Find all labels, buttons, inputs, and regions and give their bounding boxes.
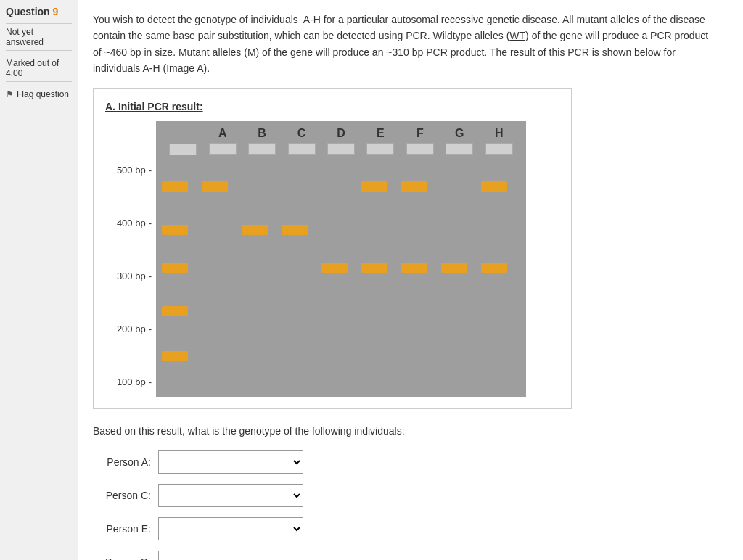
question-text: Question [6, 6, 50, 17]
gel-well-H [485, 143, 513, 155]
band-B-460 [242, 225, 268, 235]
ladder-band-300 [162, 263, 188, 273]
question-label: Question 9 [6, 6, 72, 17]
band-D-310 [321, 263, 348, 273]
band-H-460 [481, 181, 507, 192]
person-g-select[interactable]: WT/WT WT/M M/M [158, 551, 303, 560]
gel-col-G: G [446, 127, 473, 155]
ladder-band-400 [162, 225, 188, 235]
ladder-band-500 [162, 181, 188, 192]
marked-out-label: Marked out of 4.00 [6, 55, 72, 82]
sidebar: Question 9 Not yet answered Marked out o… [0, 0, 78, 560]
gel-y-axis: 500 bp - 400 bp - 300 bp - 200 bp - 100 … [105, 121, 156, 397]
form-question-text: Based on this result, what is the genoty… [93, 424, 441, 439]
band-H-310 [481, 263, 507, 273]
gel-ladder-col [169, 126, 197, 155]
question-text-block: You wish to detect the genotype of indiv… [93, 12, 717, 77]
person-e-select[interactable]: WT/WT WT/M M/M [158, 517, 303, 540]
person-c-label: Person C: [93, 490, 151, 501]
gel-section: A. Initial PCR result: 500 bp - 400 bp -… [93, 88, 572, 409]
gel-headers: A B C D E [156, 121, 526, 161]
person-c-select[interactable]: WT/WT WT/M M/M [158, 484, 303, 507]
person-g-label: Person G: [93, 556, 151, 560]
gel-container: 500 bp - 400 bp - 300 bp - 200 bp - 100 … [105, 121, 559, 397]
form-section: Based on this result, what is the genoty… [93, 424, 441, 560]
question-number: 9 [53, 6, 59, 17]
person-e-row: Person E: WT/WT WT/M M/M [93, 517, 441, 540]
status-badge: Not yet answered [6, 23, 72, 51]
band-E-310 [361, 263, 387, 273]
gel-col-E: E [366, 127, 394, 155]
label-100bp: 100 bp - [105, 375, 152, 390]
310bp-label: ~310 [386, 46, 409, 58]
flag-label: Flag question [17, 89, 69, 99]
gel-well-D [327, 143, 355, 155]
band-A-460 [202, 181, 228, 192]
band-F-460 [401, 181, 427, 192]
label-400bp: 400 bp - [105, 216, 152, 231]
gel-well-ladder [169, 144, 197, 155]
ladder-band-200 [162, 306, 188, 316]
gel-well-C [288, 143, 316, 155]
person-a-label: Person A: [93, 456, 151, 468]
person-a-select[interactable]: WT/WT WT/M M/M [158, 450, 303, 474]
flag-icon: ⚑ [6, 89, 14, 99]
gel-col-H: H [485, 127, 513, 155]
wt-label: WT [509, 30, 525, 41]
band-G-310 [441, 263, 467, 273]
band-C-460 [282, 225, 308, 235]
band-E-460 [361, 181, 387, 192]
label-500bp: 500 bp - [105, 163, 152, 178]
gel-well-B [248, 143, 276, 155]
gel-image: A B C D E [156, 121, 526, 397]
label-200bp: 200 bp - [105, 322, 152, 337]
gel-bands-area [156, 161, 526, 397]
gel-well-A [209, 143, 237, 155]
gel-col-A: A [209, 127, 237, 155]
ladder-band-100 [162, 351, 188, 361]
band-F-310 [401, 263, 427, 273]
main-content: You wish to detect the genotype of indiv… [78, 0, 743, 560]
gel-col-F: F [406, 127, 434, 155]
gel-well-F [406, 143, 434, 155]
gel-col-D: D [327, 127, 355, 155]
person-e-label: Person E: [93, 523, 151, 535]
person-g-row: Person G: WT/WT WT/M M/M [93, 551, 441, 560]
gel-col-B: B [248, 127, 276, 155]
person-a-row: Person A: WT/WT WT/M M/M [93, 450, 441, 474]
label-300bp: 300 bp - [105, 269, 152, 284]
gel-well-E [366, 143, 394, 155]
gel-title: A. Initial PCR result: [105, 101, 559, 112]
person-c-row: Person C: WT/WT WT/M M/M [93, 484, 441, 507]
flag-question-button[interactable]: ⚑ Flag question [6, 89, 72, 99]
m-label: M [247, 46, 256, 58]
gel-well-G [446, 143, 473, 155]
gel-col-C: C [288, 127, 316, 155]
460bp-label: ~460 bp [104, 46, 141, 58]
